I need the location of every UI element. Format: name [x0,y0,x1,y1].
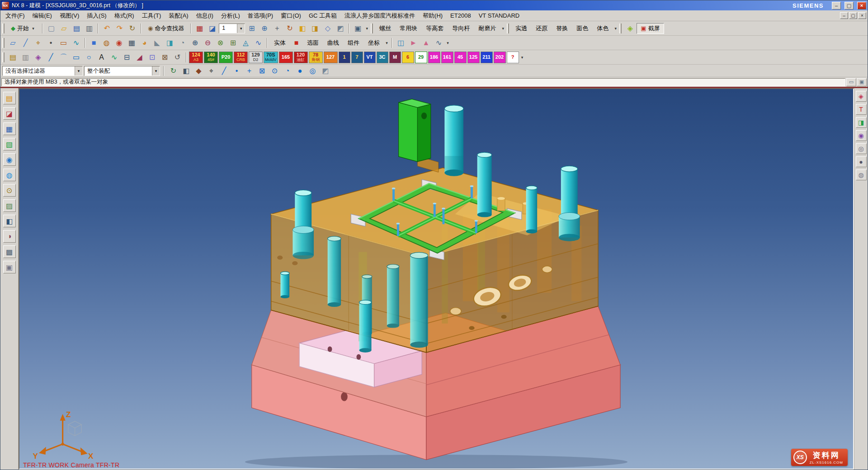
catalog-number-button[interactable]: 6 [402,52,414,63]
graphics-window-canvas[interactable]: Z X Y [19,89,853,469]
chevron-down-icon[interactable]: ▾ [152,66,160,75]
unite-icon[interactable]: ⊕ [189,37,201,49]
menu-item[interactable]: 分析(L) [217,10,244,21]
catalog-number-button[interactable]: 45 [454,52,467,63]
material-button[interactable]: 112 CRB [234,52,248,63]
trim-body-icon[interactable]: ◨ [164,37,176,49]
selection-scope-dropdown[interactable]: 整个装配 ▾ [84,66,160,76]
reuse-library-icon[interactable]: ▧ [3,138,16,150]
mold-standard-button[interactable]: 耐磨片 [474,23,500,34]
datum-plane-icon[interactable]: ▱ [7,37,19,49]
extrude-icon[interactable]: ■ [88,37,100,49]
divide-curve-icon[interactable]: ⊠ [159,52,171,63]
section-view-icon[interactable]: ◨ [856,117,867,128]
open-folder-icon[interactable]: ▱ [58,23,70,34]
catalog-number-button[interactable]: 161 [441,52,453,63]
print-icon[interactable]: ▥ [83,23,95,34]
menu-item[interactable]: 装配(A) [165,10,192,21]
subtract-icon[interactable]: ⊖ [202,37,214,49]
child-close-button[interactable]: × [858,12,866,19]
catalog-number-button[interactable]: 186 [428,52,440,63]
block-icon[interactable]: ▦ [126,37,138,49]
material-button[interactable]: P20 [219,52,233,63]
chevron-down-icon[interactable]: ▾ [613,26,618,31]
render-sphere-icon[interactable]: ◉ [856,130,867,141]
menu-item[interactable]: 流浪人异乡国度汽模标准件 [341,10,419,21]
display-mode-button[interactable]: 还原 [532,23,552,34]
toolbar-grip[interactable] [619,24,622,33]
menu-item[interactable]: 窗口(O) [277,10,305,21]
shell-icon[interactable]: ◔ [176,37,189,49]
mold-tool-a-icon[interactable]: ▤ [7,52,19,63]
selection-type-button[interactable]: 曲线 [323,38,343,48]
menu-item[interactable]: 插入(S) [83,10,110,21]
standard-part-button[interactable]: VT [364,52,376,63]
menu-item[interactable]: 格式(R) [111,10,138,21]
standard-part-button[interactable]: 3C [377,52,388,63]
chevron-down-icon[interactable]: ▾ [364,26,369,31]
sketch-icon[interactable]: ▭ [57,37,70,49]
prompt-dock-icon[interactable]: ▭ [846,78,856,86]
standard-part-button[interactable]: 7 [351,52,363,63]
standard-part-button[interactable]: M [389,52,401,63]
toolbar-grip[interactable] [2,24,5,33]
xg-tool-icon[interactable]: ◈ [856,91,867,102]
spline-icon[interactable]: ∿ [108,52,120,63]
datum-csys-icon[interactable]: ⌖ [32,37,44,49]
window-icon[interactable]: ▣ [352,23,364,34]
menu-item[interactable]: VT STANDARD [475,11,524,20]
system-scenes-icon[interactable]: ▩ [3,245,16,258]
part-navigator-icon[interactable]: ▦ [3,122,16,135]
screen-capture-button[interactable]: ▣ 截屏 [637,23,664,34]
intersect-icon[interactable]: ⊗ [214,37,226,49]
solid-body-icon[interactable]: ■ [290,37,302,49]
cube-snap-icon[interactable]: ◩ [319,65,331,77]
material-button[interactable]: 120 油缸 [294,52,308,63]
intersection-point-icon[interactable]: ⊠ [256,65,268,77]
chevron-down-icon[interactable]: ▾ [384,41,389,45]
assembly-navigator-icon[interactable]: ▤ [3,92,16,104]
end-point-icon[interactable]: ╱ [218,65,230,77]
selection-refresh-icon[interactable]: ↻ [167,65,179,77]
sweep-icon[interactable]: ∿ [252,37,264,49]
mirror-feature-icon[interactable]: ◬ [240,37,252,49]
child-minimize-button[interactable]: – [840,12,848,19]
wireframe-view-icon[interactable]: ◇ [321,23,334,34]
rectangle-icon[interactable]: ▭ [70,52,82,63]
chamfer-icon[interactable]: ◣ [151,37,163,49]
snap-point-toggle-icon[interactable]: ⌖ [205,65,217,77]
process-studio-icon[interactable]: ▨ [3,199,16,212]
shaded-view-icon[interactable]: ◨ [309,23,321,34]
project-curve-icon[interactable]: ⊡ [146,52,158,63]
menu-item[interactable]: 首选项(P) [244,10,277,21]
new-file-icon[interactable]: ▢ [45,23,57,34]
child-restore-button[interactable]: ▢ [849,12,857,19]
mid-point-icon[interactable]: • [231,65,243,77]
shaded-sphere-icon[interactable]: ◍ [856,169,867,180]
selection-type-button[interactable]: 选面 [303,38,323,48]
undo-icon[interactable]: ↶ [101,23,113,34]
redo-icon[interactable]: ↷ [113,23,126,34]
selection-filter-dropdown[interactable]: 没有选择过滤器 ▾ [2,66,83,76]
circle-icon[interactable]: ○ [83,52,95,63]
shaded-with-edges-icon[interactable]: ◧ [296,23,308,34]
magnet-selection-icon[interactable]: ◆ [193,65,205,77]
hole-icon[interactable]: ◉ [113,37,125,49]
user-role-icon[interactable]: ◪ [206,23,218,34]
catalog-number-button[interactable]: 202 [494,52,506,63]
minimize-button[interactable]: – [832,2,841,9]
helix-icon[interactable]: ↺ [171,52,184,63]
menu-item[interactable]: 文件(F) [2,10,28,21]
graphics-viewport[interactable]: Z X Y TFR-TR WORK Camera TFR-TR XS 资料网 Z… [19,88,854,470]
toolbar-grip[interactable] [2,38,5,48]
ring-tool-icon[interactable]: ◎ [856,143,867,154]
hd3d-tools-icon[interactable]: ◉ [3,153,16,166]
menu-item[interactable]: 工具(T) [138,10,165,21]
menu-item[interactable]: 帮助(H) [419,10,446,21]
display-mode-button[interactable]: 替换 [552,23,572,34]
touch-prediction-icon[interactable]: ▦ [193,23,206,34]
menu-item[interactable]: 编辑(E) [29,10,56,21]
line-icon[interactable]: ╱ [45,52,57,63]
show-hide-icon[interactable]: ◫ [395,37,407,49]
catalog-number-button[interactable]: 29 [415,52,427,63]
